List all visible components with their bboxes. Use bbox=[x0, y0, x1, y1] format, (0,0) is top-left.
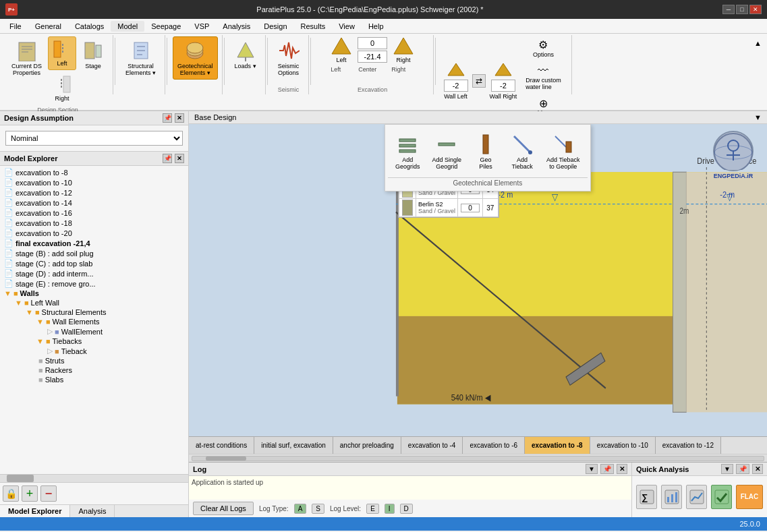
tree-item-wall-elements[interactable]: ▼ ■ Wall Elements bbox=[1, 317, 187, 326]
stage-tab-initial[interactable]: initial surf, excavation bbox=[254, 437, 333, 454]
stage-tab-exc4[interactable]: excavation to -4 bbox=[401, 437, 463, 454]
options-button[interactable]: ⚙ Options bbox=[522, 36, 565, 60]
qa-expand-btn[interactable]: ▼ bbox=[721, 464, 733, 474]
pin-me-btn[interactable]: 📌 bbox=[163, 154, 172, 163]
structural-elements-button[interactable]: StructuralElements ▾ bbox=[121, 36, 161, 80]
menu-item-design[interactable]: Design bbox=[257, 21, 293, 32]
close-da-btn[interactable]: ✕ bbox=[175, 113, 184, 123]
tree-item-exc16[interactable]: 📄 excavation to -16 bbox=[1, 208, 187, 218]
stage-tab-anchor[interactable]: anchor preloading bbox=[333, 437, 401, 454]
tree-item-rackers[interactable]: ■ Rackers bbox=[1, 365, 187, 375]
ribbon-collapse-btn[interactable]: ▲ bbox=[751, 38, 764, 49]
log-type-a-badge[interactable]: A bbox=[294, 504, 307, 514]
tree-scrollbar[interactable] bbox=[0, 474, 188, 482]
maximize-btn[interactable]: □ bbox=[736, 5, 748, 14]
stage-tabs-scrollbar[interactable] bbox=[189, 454, 767, 462]
tree-item-exc14[interactable]: 📄 excavation to -14 bbox=[1, 198, 187, 208]
menu-item-file[interactable]: File bbox=[3, 21, 28, 32]
lock-icon-btn[interactable]: 🔒 bbox=[3, 485, 19, 502]
remove-icon-btn[interactable]: − bbox=[40, 485, 57, 502]
seismic-options-button[interactable]: SeismicOptions bbox=[273, 36, 304, 80]
tree-item-exc12[interactable]: 📄 excavation to -12 bbox=[1, 187, 187, 198]
stage-button[interactable]: Stage bbox=[78, 36, 109, 73]
tree-item-tieback[interactable]: ▷ ■ Tieback bbox=[1, 346, 187, 356]
tree-item-left-wall[interactable]: ▼ ■ Left Wall bbox=[1, 298, 187, 307]
tab-analysis[interactable]: Analysis bbox=[70, 505, 115, 517]
swap-icon[interactable]: ⇄ bbox=[472, 74, 486, 88]
geo-piles-btn[interactable]: GeoPiles bbox=[469, 130, 503, 173]
add-tieback-btn[interactable]: AddTieback bbox=[505, 130, 539, 173]
menu-item-analysis[interactable]: Analysis bbox=[216, 21, 257, 32]
current-ds-properties-button[interactable]: Current DSProperties bbox=[7, 36, 47, 80]
left-button[interactable]: Left bbox=[48, 36, 76, 70]
tree-item-stage-d[interactable]: 📄 stage (D) : add interm... bbox=[1, 268, 187, 278]
log-type-s-badge[interactable]: S bbox=[312, 504, 324, 514]
loads-button[interactable]: Loads ▾ bbox=[230, 36, 261, 73]
tree-item-exc8[interactable]: 📄 excavation to -8 bbox=[1, 167, 187, 177]
tree-item-stage-e[interactable]: 📄 stage (E) : remove gro... bbox=[1, 278, 187, 289]
stage-tab-exc6[interactable]: excavation to -6 bbox=[463, 437, 525, 454]
menu-item-help[interactable]: Help bbox=[362, 21, 391, 32]
pin-btn[interactable]: 📌 bbox=[163, 113, 172, 123]
wall-left-arrow[interactable] bbox=[447, 62, 465, 78]
menu-item-view[interactable]: View bbox=[332, 21, 362, 32]
tree-item-slabs[interactable]: ■ Slabs bbox=[1, 375, 187, 384]
tree-item-struts[interactable]: ■ Struts bbox=[1, 356, 187, 365]
excavation-left-arrow[interactable]: Left bbox=[331, 36, 352, 63]
right-button[interactable]: Right bbox=[48, 71, 76, 105]
tree-item-exc18[interactable]: 📄 excavation to -18 bbox=[1, 218, 187, 228]
menu-item-general[interactable]: General bbox=[28, 21, 68, 32]
add-geogrids-btn[interactable]: AddGeogrids bbox=[391, 130, 425, 173]
qa-pin-btn[interactable]: 📌 bbox=[736, 464, 749, 474]
tree-item-walls[interactable]: ▼ ■ Walls bbox=[1, 289, 187, 298]
qa-close-btn[interactable]: ✕ bbox=[752, 464, 763, 474]
stage-tab-exc12[interactable]: excavation to -12 bbox=[656, 437, 721, 454]
tree-item-stage-c[interactable]: 📄 stage (C) : add top slab bbox=[1, 258, 187, 268]
close-me-btn[interactable]: ✕ bbox=[175, 154, 184, 163]
tab-model-explorer[interactable]: Model Explorer bbox=[0, 505, 70, 517]
wall-right-arrow[interactable] bbox=[494, 62, 513, 78]
add-icon-btn[interactable]: + bbox=[22, 485, 38, 502]
log-expand-btn[interactable]: ▼ bbox=[586, 464, 598, 474]
excavation-right-arrow[interactable]: Right bbox=[393, 36, 414, 63]
menu-item-results[interactable]: Results bbox=[294, 21, 333, 32]
log-level-e-badge[interactable]: E bbox=[366, 504, 379, 514]
close-btn[interactable]: ✕ bbox=[749, 5, 762, 14]
tree-item-wall-element[interactable]: ▷ ■ WallElement bbox=[1, 326, 187, 336]
log-level-i-badge[interactable]: I bbox=[385, 504, 395, 514]
clear-all-logs-button[interactable]: Clear All Logs bbox=[193, 502, 254, 515]
wall-right-input[interactable] bbox=[491, 80, 515, 92]
tree-item-stage-b[interactable]: 📄 stage (B) : add soil plug bbox=[1, 248, 187, 258]
qa-verify-btn[interactable] bbox=[711, 485, 732, 509]
excavation-left-input[interactable] bbox=[358, 37, 387, 49]
menu-item-seepage[interactable]: Seepage bbox=[144, 21, 188, 32]
tree-item-final-exc[interactable]: 📄 final excavation -21,4 bbox=[1, 238, 187, 248]
add-single-geogrid-btn[interactable]: Add SingleGeogrid bbox=[428, 130, 467, 173]
minimize-btn[interactable]: ─ bbox=[722, 5, 735, 14]
tree-item-exc10[interactable]: 📄 excavation to -10 bbox=[1, 177, 187, 187]
scrollbar-thumb[interactable] bbox=[206, 456, 246, 461]
menu-item-catalogs[interactable]: Catalogs bbox=[68, 21, 111, 32]
menu-item-vsp[interactable]: VSP bbox=[188, 21, 216, 32]
wall-left-input[interactable] bbox=[444, 80, 468, 92]
add-tieback-to-geopile-btn[interactable]: Add Tiebackto Geopile bbox=[542, 130, 585, 173]
berlin-s2-kpa[interactable] bbox=[461, 204, 480, 212]
geotechnical-elements-button[interactable]: GeotechnicalElements ▾ bbox=[173, 36, 218, 80]
tree-item-exc20[interactable]: 📄 excavation to -20 bbox=[1, 228, 187, 238]
tree-item-structural-elements[interactable]: ▼ ■ Structural Elements bbox=[1, 307, 187, 317]
stage-tab-exc8[interactable]: excavation to -8 bbox=[525, 437, 590, 454]
excavation-center-input[interactable] bbox=[358, 51, 387, 63]
log-pin-btn[interactable]: 📌 bbox=[600, 464, 614, 474]
qa-trend-btn[interactable] bbox=[686, 485, 707, 509]
qa-flac-btn[interactable]: FLAC bbox=[736, 485, 763, 509]
stage-tab-at-rest[interactable]: at-rest conditions bbox=[189, 437, 254, 454]
log-close-btn[interactable]: ✕ bbox=[617, 464, 627, 474]
draw-custom-water-line-button[interactable]: 〰 Draw customwater line bbox=[522, 63, 565, 92]
base-design-collapse-btn[interactable]: ▼ bbox=[754, 113, 762, 121]
design-assumption-select[interactable]: Nominal bbox=[5, 131, 183, 146]
log-level-d-badge[interactable]: D bbox=[400, 504, 413, 514]
qa-calculate-btn[interactable]: ∑ bbox=[636, 485, 657, 509]
stage-tab-exc10[interactable]: excavation to -10 bbox=[590, 437, 656, 454]
qa-chart-btn[interactable] bbox=[661, 485, 682, 509]
menu-item-model[interactable]: Model bbox=[111, 21, 144, 32]
